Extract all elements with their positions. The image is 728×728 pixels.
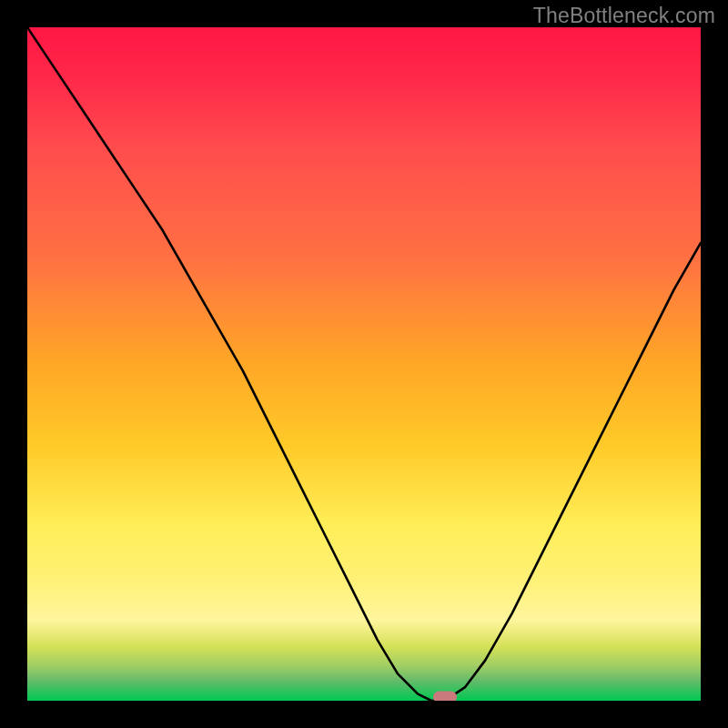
watermark-text: TheBottleneck.com bbox=[533, 4, 715, 28]
optimal-marker bbox=[433, 692, 457, 702]
curve-svg bbox=[27, 27, 701, 701]
plot-area bbox=[27, 27, 701, 701]
chart-frame: TheBottleneck.com bbox=[0, 0, 728, 728]
bottleneck-curve bbox=[27, 27, 701, 701]
